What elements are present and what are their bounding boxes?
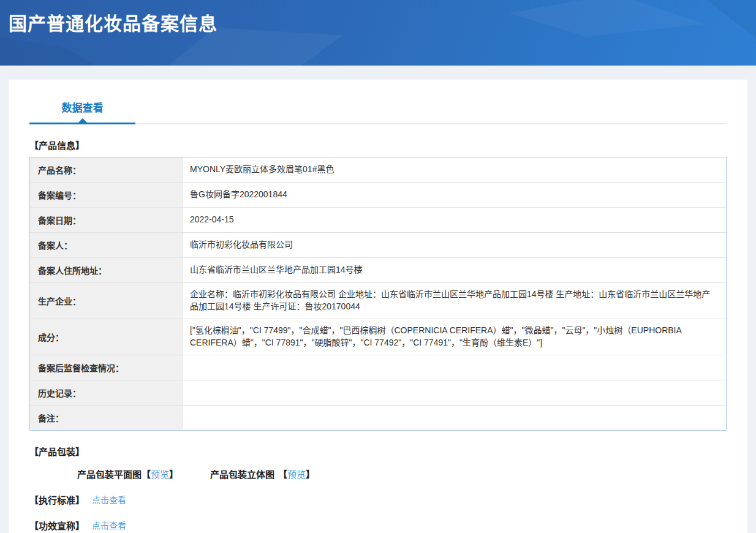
row-label: 备案日期： xyxy=(30,208,183,232)
execution-standard-row: 【执行标准】 点击查看 xyxy=(29,493,727,506)
table-row-history: 历史记录： xyxy=(30,380,726,405)
row-value: 2022-04-15 xyxy=(183,208,726,232)
product-info-table: 产品名称： MYONLY麦欧丽立体多效眉笔01#黑色 备案编号： 鲁G妆网备字2… xyxy=(29,157,727,431)
row-value: ["氢化棕榈油"，"CI 77499"，"合成蜡"，"巴西棕榈树（COPERNI… xyxy=(183,319,726,355)
table-row-registrant-address: 备案人住所地址： 山东省临沂市兰山区兰华地产品加工园14号楼 xyxy=(30,257,726,282)
bracket: 】 xyxy=(306,469,315,480)
page-title: 国产普通化妆品备案信息 xyxy=(0,0,756,36)
bracket: 【 xyxy=(278,469,287,480)
bracket: 【 xyxy=(142,469,151,480)
row-label: 备案人住所地址： xyxy=(30,258,183,282)
table-row-product-name: 产品名称： MYONLY麦欧丽立体多效眉笔01#黑色 xyxy=(30,157,726,182)
row-value: 山东省临沂市兰山区兰华地产品加工园14号楼 xyxy=(183,258,726,282)
row-label: 备注： xyxy=(30,406,183,430)
page-header-banner: 国产普通化妆品备案信息 xyxy=(0,0,756,66)
row-label: 备案后监督检查情况： xyxy=(30,355,183,380)
banner-decoration-shape xyxy=(0,37,98,66)
row-label: 产品名称： xyxy=(30,157,183,182)
execution-standard-title: 【执行标准】 xyxy=(29,493,85,506)
row-value: 鲁G妆网备字2022001844 xyxy=(183,183,726,207)
efficacy-claim-row: 【功效宣称】 点击查看 xyxy=(29,519,727,532)
row-label: 备案编号： xyxy=(30,183,183,207)
packaging-flat-image-label: 产品包装平面图 xyxy=(77,469,142,480)
table-row-manufacturer: 生产企业： 企业名称：临沂市初彩化妆品有限公司 企业地址：山东省临沂市兰山区兰华… xyxy=(30,282,726,319)
tab-active-indicator-triangle xyxy=(78,118,87,123)
tab-data-view-label: 数据查看 xyxy=(62,102,104,114)
packaging-links-row: 产品包装平面图【预览】 产品包装立体图【预览】 xyxy=(77,467,727,480)
row-label: 生产企业： xyxy=(30,283,183,319)
table-row-registration-date: 备案日期： 2022-04-15 xyxy=(30,207,726,232)
content-card: 数据查看 【产品信息】 产品名称： MYONLY麦欧丽立体多效眉笔01#黑色 备… xyxy=(9,80,747,533)
table-row-post-supervision: 备案后监督检查情况： xyxy=(30,355,726,380)
efficacy-claim-view-link[interactable]: 点击查看 xyxy=(92,519,126,531)
row-label: 备案人： xyxy=(30,233,183,257)
packaging-stereo-preview-link[interactable]: 预览 xyxy=(287,469,306,480)
table-row-registration-number: 备案编号： 鲁G妆网备字2022001844 xyxy=(30,182,726,207)
bracket: 】 xyxy=(169,469,178,480)
row-value: 企业名称：临沂市初彩化妆品有限公司 企业地址：山东省临沂市兰山区兰华地产品加工园… xyxy=(183,283,726,319)
row-value xyxy=(183,355,726,380)
row-value xyxy=(183,406,726,430)
execution-standard-view-link[interactable]: 点击查看 xyxy=(92,493,126,505)
tab-bar: 数据查看 xyxy=(29,80,727,124)
table-row-remarks: 备注： xyxy=(30,405,726,430)
product-info-section-title: 【产品信息】 xyxy=(29,138,727,151)
row-label: 历史记录： xyxy=(30,380,183,405)
packaging-flat-image-item: 产品包装平面图【预览】 xyxy=(77,467,178,480)
row-value: MYONLY麦欧丽立体多效眉笔01#黑色 xyxy=(183,157,726,182)
row-value xyxy=(183,380,726,405)
packaging-flat-preview-link[interactable]: 预览 xyxy=(151,469,169,480)
row-value: 临沂市初彩化妆品有限公司 xyxy=(183,233,726,257)
packaging-stereo-image-item: 产品包装立体图【预览】 xyxy=(210,467,315,480)
efficacy-claim-title: 【功效宣称】 xyxy=(29,519,85,532)
packaging-section-title: 【产品包装】 xyxy=(29,445,727,458)
row-label: 成分： xyxy=(30,319,183,355)
table-row-registrant: 备案人： 临沂市初彩化妆品有限公司 xyxy=(30,232,726,257)
packaging-stereo-image-label: 产品包装立体图 xyxy=(210,469,274,480)
tab-data-view[interactable]: 数据查看 xyxy=(29,99,135,124)
table-row-ingredients: 成分： ["氢化棕榈油"，"CI 77499"，"合成蜡"，"巴西棕榈树（COP… xyxy=(30,319,726,355)
